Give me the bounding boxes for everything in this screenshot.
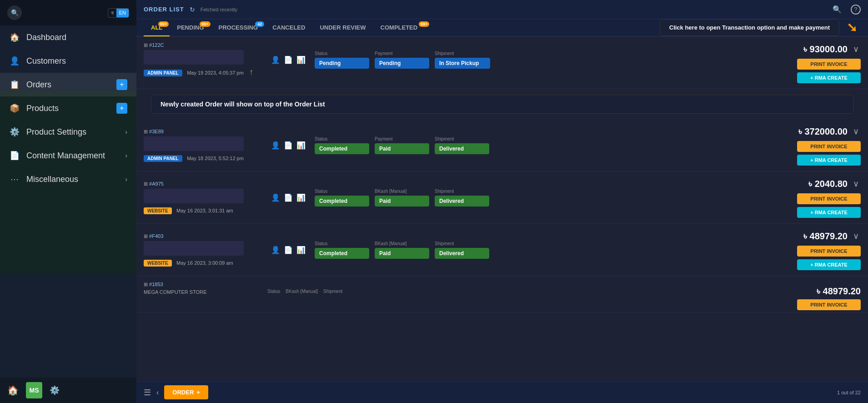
sidebar-item-miscellaneous[interactable]: ⋯ Miscellaneous › (0, 167, 136, 191)
chart-icon[interactable]: 📊 (296, 55, 306, 64)
person-icon[interactable]: 👤 (271, 193, 280, 202)
tab-badge-pending: 99+ (200, 21, 210, 27)
tab-under-review[interactable]: UNDER REVIEW (312, 20, 373, 35)
shipment-select-4[interactable]: Delivered Pending (435, 248, 489, 259)
shipment-label: Shipment (435, 136, 489, 141)
refresh-icon[interactable]: ↻ (190, 6, 195, 13)
misc-icon: ⋯ (9, 174, 20, 185)
help-icon[interactable]: ? (851, 5, 861, 15)
sidebar-item-label: Products (26, 104, 110, 113)
tab-completed[interactable]: COMPLETED 99+ (373, 20, 431, 35)
sidebar-item-label: Content Management (26, 151, 119, 161)
hamburger-icon[interactable]: ☰ (144, 388, 151, 398)
collapse-button-4[interactable]: ∨ (851, 229, 861, 243)
tooltip-text: Newly created Order will show on top of … (161, 101, 325, 108)
transaction-tooltip[interactable]: Click here to open Transaction option an… (660, 19, 839, 36)
add-order-icon[interactable]: + (116, 79, 127, 90)
document-icon[interactable]: 📄 (284, 141, 293, 150)
payment-select-4[interactable]: Paid Pending (375, 248, 429, 259)
order-amount-4: ৳ 48979.20 (803, 231, 848, 242)
status-select-4[interactable]: Completed Pending (315, 248, 369, 259)
person-icon[interactable]: 👤 (271, 246, 280, 254)
tab-canceled[interactable]: CANCELED (265, 20, 312, 35)
rma-create-button-2[interactable]: + RMA CREATE (797, 155, 861, 166)
new-order-button[interactable]: ORDER + (164, 385, 208, 399)
tabs-bar: ALL 99+ PENDING 99+ PROCESSING 42 CANCEL… (136, 19, 868, 37)
sidebar-item-product-settings[interactable]: ⚙️ Product Settings › (0, 120, 136, 144)
source-badge-1: ADMIN PANEL (144, 70, 182, 76)
tab-badge-completed: 99+ (419, 21, 429, 27)
rma-create-button-3[interactable]: + RMA CREATE (797, 207, 861, 218)
sidebar-item-customers[interactable]: 👤 Customers (0, 49, 136, 73)
rma-create-button-4[interactable]: + RMA CREATE (797, 259, 861, 270)
print-invoice-button-2[interactable]: PRINT INVOICE (797, 141, 861, 152)
document-icon[interactable]: 📄 (284, 55, 293, 64)
rma-create-button-1[interactable]: + RMA CREATE (797, 72, 861, 83)
shipment-select-3[interactable]: Delivered Pending (435, 196, 489, 207)
source-badge-2: ADMIN PANEL (144, 155, 182, 162)
sidebar-item-dashboard[interactable]: 🏠 Dashboard (0, 25, 136, 49)
print-invoice-button-4[interactable]: PRINT INVOICE (797, 246, 861, 257)
lang-bn[interactable]: বা (108, 9, 116, 17)
search-icon[interactable]: 🔍 (833, 5, 842, 14)
status-label: Status (315, 241, 369, 246)
document-icon[interactable]: 📄 (284, 246, 293, 254)
tab-pending[interactable]: PENDING 99+ (170, 20, 211, 35)
status-select-3[interactable]: Completed Pending (315, 196, 369, 207)
collapse-button-3[interactable]: ∨ (851, 177, 861, 191)
dashboard-icon: 🏠 (9, 32, 20, 43)
chart-icon[interactable]: 📊 (296, 193, 306, 202)
product-settings-icon: ⚙️ (9, 126, 20, 137)
chevron-right-icon: › (125, 176, 127, 183)
print-invoice-button-5[interactable]: PRINT INVOICE (797, 299, 861, 310)
sidebar-item-label: Miscellaneous (26, 175, 119, 184)
chart-icon[interactable]: 📊 (296, 141, 306, 150)
order-placeholder (144, 50, 244, 65)
payment-select-2[interactable]: Paid Pending (375, 143, 429, 154)
print-invoice-button-3[interactable]: PRINT INVOICE (797, 193, 861, 204)
chart-icon[interactable]: 📊 (296, 246, 306, 254)
home-icon[interactable]: 🏠 (7, 385, 19, 396)
person-icon[interactable]: 👤 (271, 141, 280, 150)
tab-all[interactable]: ALL 99+ (144, 20, 170, 36)
language-toggle[interactable]: বা EN (108, 8, 129, 18)
sidebar-item-label: Dashboard (26, 33, 127, 42)
print-invoice-button-1[interactable]: PRINT INVOICE (797, 59, 861, 70)
collapse-button-2[interactable]: ∨ (851, 125, 861, 138)
sidebar-item-products[interactable]: 📦 Products + (0, 96, 136, 120)
status-select-1[interactable]: Pending Completed Canceled (315, 58, 369, 69)
sidebar-item-content-management[interactable]: 📄 Content Management › (0, 144, 136, 167)
sidebar-item-orders[interactable]: 📋 Orders + (0, 73, 136, 96)
search-icon[interactable]: 🔍 (7, 5, 22, 20)
shipment-select-2[interactable]: Delivered Pending (435, 143, 489, 154)
order-row: ⊞ #1853 MEGA COMPUTER STORE Status BKash… (136, 276, 868, 312)
add-product-icon[interactable]: + (116, 103, 127, 114)
back-arrow-icon[interactable]: ‹ (156, 388, 159, 397)
shipment-label: Shipment (323, 289, 342, 294)
settings-icon[interactable]: ⚙️ (50, 385, 60, 395)
payment-select-1[interactable]: Pending Paid (375, 58, 429, 69)
order-fields-2: Status Completed Pending Payment Paid Pe… (315, 136, 519, 154)
person-icon[interactable]: 👤 (271, 55, 280, 64)
order-fields-5: Status BKash [Manual] Shipment (267, 289, 495, 294)
tab-badge-all: 99+ (158, 21, 169, 27)
collapse-button-1[interactable]: ∨ (851, 42, 861, 56)
pagination-footer: ☰ ‹ ORDER + 1 out of 22 (136, 381, 868, 403)
order-date-4: May 16 2023, 3:00:09 am (176, 260, 233, 266)
lang-en[interactable]: EN (116, 9, 129, 17)
fetched-label: Fetched recently (201, 7, 237, 12)
products-icon: 📦 (9, 103, 20, 114)
shipment-label: Shipment (435, 241, 489, 246)
status-select-2[interactable]: Completed Pending (315, 143, 369, 154)
avatar[interactable]: MS (26, 382, 42, 398)
status-label: Status (315, 136, 369, 141)
tab-processing[interactable]: PROCESSING 42 (211, 20, 266, 35)
order-icons-2: 👤 📄 📊 (271, 141, 306, 150)
sidebar-item-label: Product Settings (26, 127, 119, 137)
order-hash-icon: ⊞ (144, 282, 149, 287)
order-hash-icon: ⊞ (144, 233, 149, 239)
sidebar-nav: 🏠 Dashboard 👤 Customers 📋 Orders + 📦 Pro… (0, 25, 136, 378)
shipment-select-1[interactable]: In Store Pickup Delivered (435, 58, 490, 69)
document-icon[interactable]: 📄 (284, 193, 293, 202)
payment-select-3[interactable]: Paid Pending (375, 196, 429, 207)
